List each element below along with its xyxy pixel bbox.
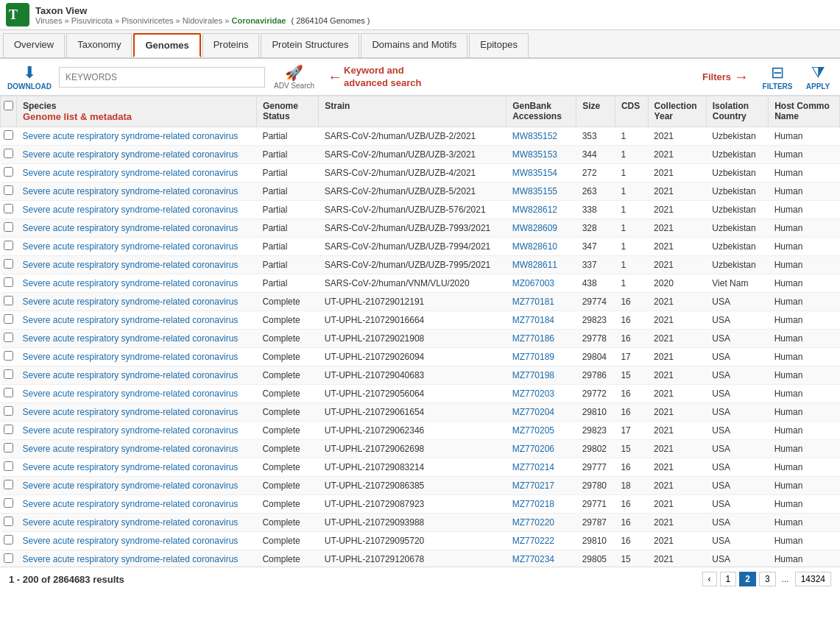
- page-2-button[interactable]: 2: [739, 572, 756, 586]
- row-accession[interactable]: MZ770218: [507, 495, 576, 514]
- row-accession[interactable]: MZ770214: [507, 458, 576, 477]
- app-logo: T: [6, 3, 29, 26]
- col-host[interactable]: Host CommoName: [769, 96, 840, 127]
- col-genbank[interactable]: GenBankAccessions: [507, 96, 576, 127]
- row-checkbox[interactable]: [1, 514, 17, 532]
- row-checkbox[interactable]: [1, 458, 17, 477]
- row-checkbox[interactable]: [1, 532, 17, 550]
- row-accession[interactable]: MZ770184: [507, 311, 576, 330]
- row-size: 29810: [576, 532, 615, 550]
- row-accession[interactable]: MW835154: [507, 164, 576, 182]
- tab-domains-motifs[interactable]: Domains and Motifs: [361, 33, 467, 57]
- row-accession[interactable]: MZ770217: [507, 477, 576, 495]
- row-checkbox[interactable]: [1, 127, 17, 146]
- row-checkbox[interactable]: [1, 477, 17, 495]
- breadcrumb-pisuviricota[interactable]: Pisuviricota: [71, 16, 113, 25]
- col-cds[interactable]: CDS: [615, 96, 648, 127]
- col-size[interactable]: Size: [576, 96, 615, 127]
- breadcrumb-viruses[interactable]: Viruses: [35, 16, 62, 25]
- row-checkbox[interactable]: [1, 219, 17, 238]
- row-checkbox[interactable]: [1, 201, 17, 219]
- select-all-checkbox[interactable]: [4, 101, 13, 110]
- row-size: 29780: [576, 477, 615, 495]
- tabs-bar: Overview Taxonomy Genomes Proteins Prote…: [0, 30, 840, 59]
- row-checkbox[interactable]: [1, 330, 17, 348]
- row-checkbox[interactable]: [1, 274, 17, 293]
- page-prev-button[interactable]: ‹: [702, 572, 717, 586]
- row-checkbox[interactable]: [1, 311, 17, 330]
- row-species: Severe acute respiratory syndrome-relate…: [17, 146, 257, 164]
- row-accession[interactable]: MZ770189: [507, 348, 576, 366]
- search-input[interactable]: [59, 67, 265, 88]
- row-checkbox[interactable]: [1, 440, 17, 458]
- row-accession[interactable]: MZ770234: [507, 550, 576, 567]
- row-accession[interactable]: MZ770205: [507, 422, 576, 440]
- row-status: Partial: [256, 238, 318, 256]
- table-row: Severe acute respiratory syndrome-relate…: [1, 477, 840, 495]
- col-isolation-country[interactable]: IsolationCountry: [706, 96, 768, 127]
- row-checkbox[interactable]: [1, 422, 17, 440]
- row-cds: 16: [615, 495, 648, 514]
- adv-search-button[interactable]: 🚀 ADV Search: [274, 64, 314, 90]
- row-accession[interactable]: MZ067003: [507, 274, 576, 293]
- breadcrumb-pisoniviricetes[interactable]: Pisoniviricetes: [121, 16, 173, 25]
- row-accession[interactable]: MW835152: [507, 127, 576, 146]
- row-checkbox[interactable]: [1, 256, 17, 274]
- tab-protein-structures[interactable]: Protein Structures: [261, 33, 359, 57]
- filters-button[interactable]: ⊟ FILTERS: [759, 63, 796, 91]
- row-species: Severe acute respiratory syndrome-relate…: [17, 366, 257, 385]
- row-size: 29772: [576, 385, 615, 403]
- page-3-button[interactable]: 3: [759, 572, 776, 586]
- row-accession[interactable]: MW828612: [507, 201, 576, 219]
- row-accession[interactable]: MZ770186: [507, 330, 576, 348]
- row-accession[interactable]: MW835153: [507, 146, 576, 164]
- row-size: 344: [576, 146, 615, 164]
- row-checkbox[interactable]: [1, 385, 17, 403]
- row-checkbox[interactable]: [1, 366, 17, 385]
- tab-overview[interactable]: Overview: [3, 33, 65, 57]
- apply-button[interactable]: ⧩ APPLY: [803, 63, 833, 91]
- page-last-button[interactable]: 14324: [795, 572, 831, 586]
- row-accession[interactable]: MZ770198: [507, 366, 576, 385]
- row-checkbox[interactable]: [1, 182, 17, 201]
- genome-table: Species Genome list & metadata GenomeSta…: [0, 96, 840, 567]
- table-row: Severe acute respiratory syndrome-relate…: [1, 348, 840, 366]
- row-accession[interactable]: MZ770181: [507, 293, 576, 311]
- row-checkbox[interactable]: [1, 146, 17, 164]
- row-checkbox[interactable]: [1, 403, 17, 422]
- row-country: USA: [706, 440, 768, 458]
- row-accession[interactable]: MW828611: [507, 256, 576, 274]
- row-strain: UT-UPHL-210729093988: [319, 514, 507, 532]
- row-checkbox[interactable]: [1, 238, 17, 256]
- tab-taxonomy[interactable]: Taxonomy: [66, 33, 132, 57]
- row-checkbox[interactable]: [1, 495, 17, 514]
- row-checkbox[interactable]: [1, 348, 17, 366]
- tab-genomes[interactable]: Genomes: [133, 33, 200, 57]
- tab-proteins[interactable]: Proteins: [202, 33, 260, 57]
- row-host: Human: [769, 422, 840, 440]
- row-checkbox[interactable]: [1, 550, 17, 567]
- download-button[interactable]: ⬇ DOWNLOAD: [7, 63, 52, 91]
- row-host: Human: [769, 238, 840, 256]
- row-accession[interactable]: MZ770206: [507, 440, 576, 458]
- col-strain[interactable]: Strain: [319, 96, 507, 127]
- page-1-button[interactable]: 1: [720, 572, 737, 586]
- row-accession[interactable]: MZ770222: [507, 532, 576, 550]
- col-genome-status[interactable]: GenomeStatus: [256, 96, 318, 127]
- row-accession[interactable]: MW828609: [507, 219, 576, 238]
- row-accession[interactable]: MZ770204: [507, 403, 576, 422]
- row-checkbox[interactable]: [1, 164, 17, 182]
- row-year: 2021: [648, 458, 706, 477]
- row-checkbox[interactable]: [1, 293, 17, 311]
- row-cds: 16: [615, 330, 648, 348]
- row-size: 29786: [576, 366, 615, 385]
- tab-epitopes[interactable]: Epitopes: [469, 33, 529, 57]
- breadcrumb-nidovirales[interactable]: Nidovirales: [183, 16, 222, 25]
- breadcrumb-coronaviridae[interactable]: Coronaviridae: [231, 16, 286, 25]
- table-row: Severe acute respiratory syndrome-relate…: [1, 256, 840, 274]
- row-accession[interactable]: MZ770203: [507, 385, 576, 403]
- row-accession[interactable]: MZ770220: [507, 514, 576, 532]
- row-accession[interactable]: MW828610: [507, 238, 576, 256]
- row-accession[interactable]: MW835155: [507, 182, 576, 201]
- col-collection-year[interactable]: CollectionYear: [648, 96, 706, 127]
